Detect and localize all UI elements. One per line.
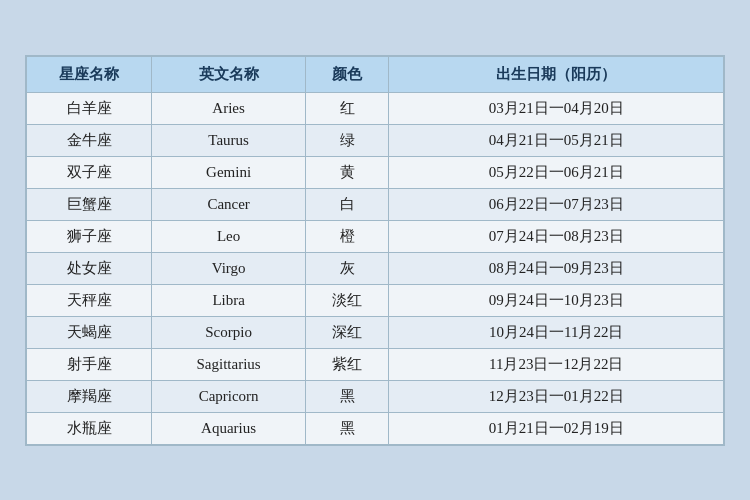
cell-r1-c3: 04月21日一05月21日 (389, 124, 724, 156)
cell-r2-c0: 双子座 (27, 156, 152, 188)
table-row: 巨蟹座Cancer白06月22日一07月23日 (27, 188, 724, 220)
cell-r1-c0: 金牛座 (27, 124, 152, 156)
cell-r9-c3: 12月23日一01月22日 (389, 380, 724, 412)
table-row: 处女座Virgo灰08月24日一09月23日 (27, 252, 724, 284)
cell-r2-c1: Gemini (152, 156, 305, 188)
cell-r3-c0: 巨蟹座 (27, 188, 152, 220)
cell-r8-c1: Sagittarius (152, 348, 305, 380)
cell-r7-c2: 深红 (305, 316, 389, 348)
cell-r4-c3: 07月24日一08月23日 (389, 220, 724, 252)
cell-r10-c1: Aquarius (152, 412, 305, 444)
table-row: 狮子座Leo橙07月24日一08月23日 (27, 220, 724, 252)
cell-r7-c1: Scorpio (152, 316, 305, 348)
cell-r5-c1: Virgo (152, 252, 305, 284)
table-row: 天蝎座Scorpio深红10月24日一11月22日 (27, 316, 724, 348)
cell-r4-c0: 狮子座 (27, 220, 152, 252)
cell-r3-c2: 白 (305, 188, 389, 220)
table-row: 白羊座Aries红03月21日一04月20日 (27, 92, 724, 124)
cell-r6-c2: 淡红 (305, 284, 389, 316)
cell-r3-c3: 06月22日一07月23日 (389, 188, 724, 220)
cell-r8-c3: 11月23日一12月22日 (389, 348, 724, 380)
cell-r0-c2: 红 (305, 92, 389, 124)
zodiac-table-container: 星座名称 英文名称 颜色 出生日期（阳历） 白羊座Aries红03月21日一04… (25, 55, 725, 446)
cell-r6-c1: Libra (152, 284, 305, 316)
table-row: 水瓶座Aquarius黑01月21日一02月19日 (27, 412, 724, 444)
header-color: 颜色 (305, 56, 389, 92)
header-date: 出生日期（阳历） (389, 56, 724, 92)
cell-r7-c3: 10月24日一11月22日 (389, 316, 724, 348)
cell-r4-c2: 橙 (305, 220, 389, 252)
cell-r6-c3: 09月24日一10月23日 (389, 284, 724, 316)
cell-r3-c1: Cancer (152, 188, 305, 220)
cell-r5-c3: 08月24日一09月23日 (389, 252, 724, 284)
cell-r5-c0: 处女座 (27, 252, 152, 284)
cell-r8-c2: 紫红 (305, 348, 389, 380)
cell-r9-c0: 摩羯座 (27, 380, 152, 412)
table-body: 白羊座Aries红03月21日一04月20日金牛座Taurus绿04月21日一0… (27, 92, 724, 444)
header-chinese-name: 星座名称 (27, 56, 152, 92)
cell-r6-c0: 天秤座 (27, 284, 152, 316)
table-row: 射手座Sagittarius紫红11月23日一12月22日 (27, 348, 724, 380)
cell-r0-c3: 03月21日一04月20日 (389, 92, 724, 124)
header-english-name: 英文名称 (152, 56, 305, 92)
cell-r1-c2: 绿 (305, 124, 389, 156)
cell-r0-c0: 白羊座 (27, 92, 152, 124)
cell-r9-c2: 黑 (305, 380, 389, 412)
zodiac-table: 星座名称 英文名称 颜色 出生日期（阳历） 白羊座Aries红03月21日一04… (26, 56, 724, 445)
table-row: 双子座Gemini黄05月22日一06月21日 (27, 156, 724, 188)
cell-r10-c2: 黑 (305, 412, 389, 444)
cell-r5-c2: 灰 (305, 252, 389, 284)
table-row: 天秤座Libra淡红09月24日一10月23日 (27, 284, 724, 316)
cell-r2-c2: 黄 (305, 156, 389, 188)
cell-r1-c1: Taurus (152, 124, 305, 156)
cell-r2-c3: 05月22日一06月21日 (389, 156, 724, 188)
table-header-row: 星座名称 英文名称 颜色 出生日期（阳历） (27, 56, 724, 92)
table-row: 摩羯座Capricorn黑12月23日一01月22日 (27, 380, 724, 412)
cell-r4-c1: Leo (152, 220, 305, 252)
cell-r7-c0: 天蝎座 (27, 316, 152, 348)
cell-r10-c0: 水瓶座 (27, 412, 152, 444)
cell-r0-c1: Aries (152, 92, 305, 124)
cell-r9-c1: Capricorn (152, 380, 305, 412)
cell-r10-c3: 01月21日一02月19日 (389, 412, 724, 444)
table-row: 金牛座Taurus绿04月21日一05月21日 (27, 124, 724, 156)
cell-r8-c0: 射手座 (27, 348, 152, 380)
